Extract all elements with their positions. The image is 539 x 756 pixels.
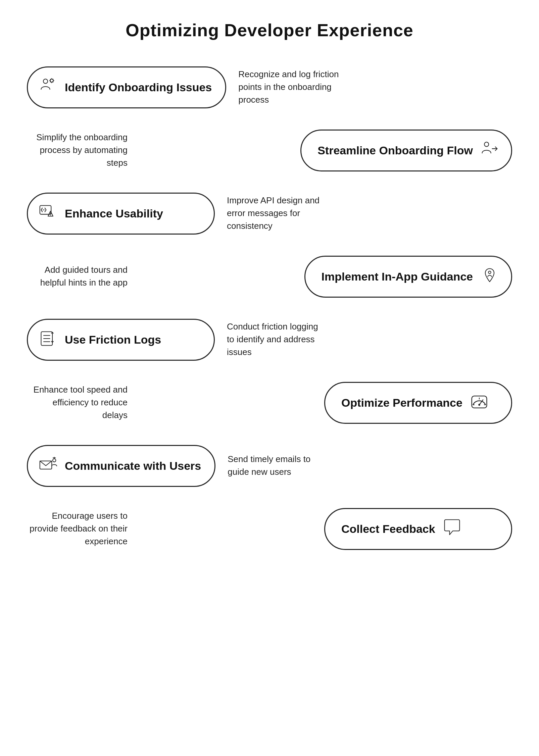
- pill-usability-label: Enhance Usability: [65, 207, 163, 220]
- svg-point-10: [484, 142, 489, 146]
- pill-feedback: Collect Feedback: [324, 508, 512, 550]
- pill-performance: Optimize Performance: [324, 382, 512, 424]
- pill-identify: Identify Onboarding Issues: [27, 66, 226, 108]
- pill-guidance: Implement In-App Guidance: [304, 256, 512, 298]
- svg-point-31: [53, 459, 56, 462]
- pill-streamline: Streamline Onboarding Flow: [300, 130, 512, 171]
- desc-performance: Enhance tool speed and efficiency to red…: [27, 384, 128, 421]
- diagram: Identify Onboarding Issues Recognize and…: [27, 60, 512, 565]
- friction-logs-icon: [39, 329, 57, 350]
- desc-communicate: Send timely emails to guide new users: [228, 453, 328, 478]
- person-gear-icon: [39, 77, 57, 98]
- pill-friction: Use Friction Logs: [27, 319, 215, 361]
- svg-line-9: [50, 82, 51, 82]
- desc-feedback: Encourage users to provide feedback on t…: [27, 510, 128, 548]
- svg-point-16: [50, 215, 51, 215]
- step-row-streamline: Simplify the onboarding process by autom…: [27, 123, 512, 177]
- desc-usability: Improve API design and error messages fo…: [227, 194, 328, 232]
- svg-line-8: [53, 79, 53, 80]
- step-row-communicate: Communicate with Users Send timely email…: [27, 439, 512, 493]
- pill-streamline-label: Streamline Onboarding Flow: [317, 144, 473, 157]
- chat-check-icon: [443, 518, 461, 540]
- desc-friction: Conduct friction logging to identify and…: [227, 320, 328, 358]
- step-row-usability: Enhance Usability Improve API design and…: [27, 187, 512, 240]
- speedometer-icon: [470, 392, 489, 413]
- pill-communicate: Communicate with Users: [27, 445, 215, 487]
- person-arrow-icon: [480, 140, 499, 161]
- pill-feedback-label: Collect Feedback: [341, 522, 435, 536]
- page-title: Optimizing Developer Experience: [126, 20, 413, 40]
- pill-identify-label: Identify Onboarding Issues: [65, 81, 212, 94]
- email-users-icon: [39, 455, 57, 476]
- desc-identify: Recognize and log friction points in the…: [238, 68, 339, 106]
- svg-point-0: [43, 79, 48, 83]
- desc-guidance: Add guided tours and helpful hints in th…: [27, 264, 128, 289]
- step-row-guidance: Add guided tours and helpful hints in th…: [27, 250, 512, 303]
- step-row-performance: Enhance tool speed and efficiency to red…: [27, 376, 512, 430]
- step-row-friction: Use Friction Logs Conduct friction loggi…: [27, 313, 512, 366]
- pill-friction-label: Use Friction Logs: [65, 333, 161, 346]
- pin-person-icon: [480, 266, 499, 287]
- pill-usability: Enhance Usability: [27, 193, 215, 235]
- pill-communicate-label: Communicate with Users: [65, 459, 201, 472]
- pill-performance-label: Optimize Performance: [341, 396, 462, 409]
- svg-point-17: [488, 271, 491, 273]
- pill-guidance-label: Implement In-App Guidance: [322, 270, 473, 283]
- svg-line-6: [50, 79, 51, 80]
- code-warning-icon: [39, 203, 57, 224]
- desc-streamline: Simplify the onboarding process by autom…: [27, 131, 128, 169]
- svg-line-7: [53, 82, 53, 82]
- step-row-identify: Identify Onboarding Issues Recognize and…: [27, 60, 512, 114]
- step-row-feedback: Encourage users to provide feedback on t…: [27, 502, 512, 556]
